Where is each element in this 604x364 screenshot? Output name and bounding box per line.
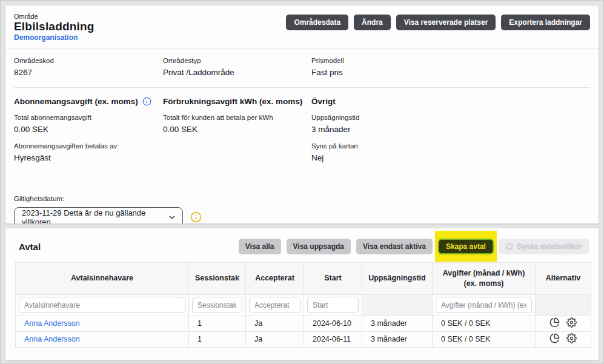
other-block: Övrigt Uppsägningstid 3 månader Syns på … bbox=[311, 97, 590, 171]
other-title: Övrigt bbox=[311, 97, 590, 106]
show-active-only-button[interactable]: Visa endast aktiva bbox=[356, 239, 433, 254]
col-session-cap: Sessionstak bbox=[189, 263, 246, 295]
table-filter-row bbox=[16, 294, 591, 316]
filter-fees-input[interactable] bbox=[436, 297, 532, 313]
area-type-value: Privat /Laddområde bbox=[163, 68, 311, 77]
agreements-header: Avtal Visa alla Visa uppsagda Visa endas… bbox=[15, 228, 589, 262]
area-title-block: Område Elbilsladdning Demoorganisation bbox=[14, 13, 95, 42]
validity-selected-option: 2023-11-29 Detta är de nu gällande villk… bbox=[22, 208, 168, 223]
export-chargings-button[interactable]: Exportera laddningar bbox=[501, 15, 590, 30]
organisation-link[interactable]: Demoorganisation bbox=[14, 33, 95, 42]
pie-chart-icon[interactable] bbox=[549, 317, 560, 328]
chevron-down-icon bbox=[168, 213, 176, 222]
consumption-fee-block: Förbrukningsavgift kWh (ex. moms) Totalt… bbox=[163, 97, 311, 171]
session-cap-cell: 1 bbox=[189, 316, 246, 331]
col-fees: Avgifter (månad / kWh) (ex. moms) bbox=[433, 263, 536, 295]
filter-start-input[interactable] bbox=[307, 297, 359, 313]
validity-date-select[interactable]: 2023-11-29 Detta är de nu gällande villk… bbox=[14, 207, 183, 223]
holder-link[interactable]: Anna Andersson bbox=[24, 335, 80, 343]
agreements-title: Avtal bbox=[19, 242, 41, 252]
sync-icon bbox=[506, 243, 513, 250]
area-kicker: Område bbox=[14, 13, 95, 20]
highlight-annotation: Skapa avtal bbox=[438, 239, 494, 254]
subscription-total-label: Total abonnemangsavgift bbox=[14, 114, 163, 121]
col-start: Start bbox=[304, 263, 362, 295]
validity-label: Giltighetsdatum: bbox=[14, 195, 590, 202]
area-data-button[interactable]: Områdesdata bbox=[286, 15, 348, 30]
price-model-value: Fast pris bbox=[311, 68, 590, 77]
area-code-field: Områdeskod 8267 bbox=[14, 57, 163, 77]
area-code-label: Områdeskod bbox=[14, 57, 163, 64]
agreements-actions: Visa alla Visa uppsagda Visa endast akti… bbox=[239, 239, 589, 254]
subscription-paid-by-value: Hyresgäst bbox=[14, 153, 163, 162]
filter-options-empty-cell bbox=[536, 294, 591, 316]
area-type-label: Områdestyp bbox=[163, 57, 311, 64]
notice-cell: 3 månader bbox=[362, 331, 433, 347]
price-model-field: Prismodell Fast pris bbox=[311, 57, 590, 77]
area-info-row: Områdeskod 8267 Områdestyp Privat /Laddo… bbox=[5, 48, 599, 87]
area-card: Område Elbilsladdning Demoorganisation O… bbox=[5, 5, 599, 223]
start-cell: 2024-06-10 bbox=[304, 316, 362, 331]
accepted-cell: Ja bbox=[246, 331, 304, 347]
col-accepted: Accepterat bbox=[246, 263, 304, 295]
table-header-row: Avtalsinnehavare Sessionstak Accepterat … bbox=[16, 263, 591, 295]
notice-period-value: 3 månader bbox=[311, 125, 590, 134]
filter-session-cap-input[interactable] bbox=[192, 297, 242, 313]
options-cell bbox=[536, 316, 591, 331]
gear-icon[interactable] bbox=[566, 317, 577, 328]
area-actions: Områdesdata Ändra Visa reserverade plats… bbox=[286, 15, 590, 30]
filter-holder-input[interactable] bbox=[19, 297, 185, 313]
fees-cell: 0 SEK / 0 SEK bbox=[433, 316, 536, 331]
consumption-fee-title: Förbrukningsavgift kWh (ex. moms) bbox=[163, 97, 311, 106]
consumption-total-label: Totalt för kunden att betala per kWh bbox=[163, 114, 311, 121]
col-holder: Avtalsinnehavare bbox=[16, 263, 189, 295]
visible-on-map-value: Nej bbox=[311, 153, 590, 162]
session-cap-cell: 1 bbox=[189, 331, 246, 347]
options-cell bbox=[536, 331, 591, 347]
holder-link[interactable]: Anna Andersson bbox=[24, 319, 80, 328]
validity-section: Giltighetsdatum: 2023-11-29 Detta är de … bbox=[5, 171, 599, 223]
start-cell: 2024-06-11 bbox=[304, 331, 362, 347]
page-title: Elbilsladdning bbox=[14, 20, 95, 33]
area-header: Område Elbilsladdning Demoorganisation O… bbox=[5, 5, 599, 48]
pricing-section: Abonnemangsavgift (ex. moms) Total abonn… bbox=[5, 88, 599, 171]
subscription-fee-block: Abonnemangsavgift (ex. moms) Total abonn… bbox=[14, 97, 163, 171]
accepted-cell: Ja bbox=[246, 316, 304, 331]
area-type-field: Områdestyp Privat /Laddområde bbox=[163, 57, 311, 77]
agreements-card: Avtal Visa alla Visa uppsagda Visa endas… bbox=[5, 228, 599, 360]
table-row: Anna Andersson 1 Ja 2024-06-10 3 månader… bbox=[16, 316, 591, 331]
show-all-button[interactable]: Visa alla bbox=[239, 239, 281, 254]
visible-on-map-label: Syns på kartan bbox=[311, 142, 590, 150]
agreements-table: Avtalsinnehavare Sessionstak Accepterat … bbox=[15, 262, 591, 348]
subscription-paid-by-label: Abonnemangsavgiften betalas av: bbox=[14, 142, 163, 150]
info-icon[interactable] bbox=[142, 97, 151, 106]
notice-cell: 3 månader bbox=[362, 316, 433, 331]
pie-chart-icon[interactable] bbox=[549, 333, 560, 343]
notice-period-label: Uppsägningstid bbox=[311, 114, 590, 121]
show-reserved-spots-button[interactable]: Visa reserverade platser bbox=[396, 15, 496, 30]
edit-button[interactable]: Ändra bbox=[354, 15, 391, 30]
create-agreement-button[interactable]: Skapa avtal bbox=[438, 239, 494, 254]
col-notice-period: Uppsägningstid bbox=[362, 263, 433, 295]
col-options: Alternativ bbox=[536, 263, 591, 295]
subscription-fee-title-row: Abonnemangsavgift (ex. moms) bbox=[14, 97, 163, 106]
subscription-total-value: 0.00 SEK bbox=[14, 125, 163, 134]
filter-accepted-input[interactable] bbox=[249, 297, 300, 313]
warning-icon[interactable] bbox=[190, 211, 202, 223]
filter-notice-empty-cell bbox=[362, 294, 433, 316]
table-row: Anna Andersson 1 Ja 2024-06-11 3 månader… bbox=[16, 331, 591, 347]
show-terminated-button[interactable]: Visa uppsagda bbox=[287, 239, 351, 254]
price-model-label: Prismodell bbox=[311, 57, 590, 64]
sync-button-label: Synka avtalsvillkor bbox=[517, 242, 582, 251]
fees-cell: 0 SEK / 0 SEK bbox=[433, 331, 536, 347]
consumption-total-value: 0.00 SEK bbox=[163, 125, 311, 134]
subscription-fee-title: Abonnemangsavgift (ex. moms) bbox=[14, 97, 138, 106]
gear-icon[interactable] bbox=[566, 333, 577, 343]
sync-agreement-terms-button: Synka avtalsvillkor bbox=[499, 239, 589, 254]
area-code-value: 8267 bbox=[14, 68, 163, 77]
